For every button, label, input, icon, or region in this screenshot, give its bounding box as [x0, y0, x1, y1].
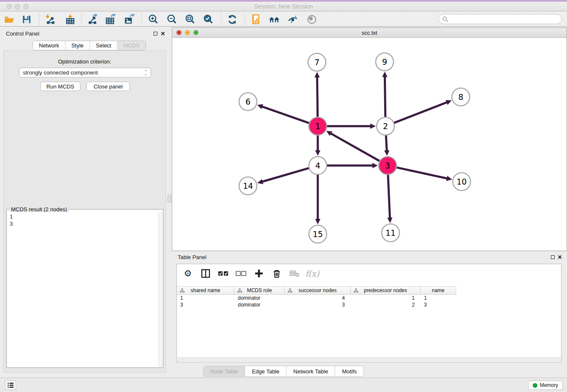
export-image-icon[interactable]	[123, 14, 135, 25]
result-scrollbar[interactable]	[158, 212, 162, 367]
close-panel-button[interactable]: Close panel	[86, 82, 130, 91]
node-label: 2	[383, 121, 388, 131]
search-input[interactable]	[450, 15, 561, 23]
eye-icon	[306, 14, 318, 25]
mcds-panel: Optimization criterion: strongly connect…	[3, 50, 166, 373]
table-cell[interactable]: dominator	[234, 295, 285, 302]
trash-icon[interactable]	[271, 268, 283, 279]
edge-1-7[interactable]	[317, 77, 317, 117]
edge-3-10[interactable]	[396, 168, 447, 179]
close-panel-icon[interactable]: ✕	[160, 30, 166, 36]
mcds-result-list[interactable]: 13	[7, 212, 158, 367]
tab-style[interactable]: Style	[66, 41, 90, 50]
export-network-icon[interactable]	[86, 14, 98, 25]
network-document-icon[interactable]	[250, 14, 262, 25]
table-cell[interactable]: 2	[351, 302, 421, 309]
save-session-icon[interactable]	[21, 14, 33, 25]
edge-3-1[interactable]	[330, 133, 380, 161]
tab-mcds[interactable]: MCDS	[118, 41, 146, 50]
export-table-icon[interactable]	[105, 14, 116, 25]
vertical-splitter-handle[interactable]	[168, 195, 171, 202]
tab-node-table[interactable]: Node Table	[204, 366, 245, 376]
column-header-successor-nodes[interactable]: successor nodes	[285, 286, 351, 295]
arrowhead-icon	[384, 150, 389, 156]
float-panel-icon[interactable]	[152, 30, 158, 36]
function-fx-icon: f(x)	[306, 268, 318, 279]
table-row[interactable]: 3dominator323	[177, 302, 561, 309]
tab-network[interactable]: Network	[33, 41, 66, 50]
memory-button[interactable]: Memory	[528, 381, 563, 390]
table-cell[interactable]: 1	[421, 295, 456, 302]
tab-motifs[interactable]: Motifs	[335, 366, 363, 376]
arrowhead-icon	[315, 150, 320, 156]
window-title: Session: New Session	[0, 3, 567, 10]
open-file-icon[interactable]	[3, 14, 15, 25]
node-label: 7	[314, 58, 319, 67]
refresh-icon[interactable]	[226, 14, 238, 25]
table-cell[interactable]: 1	[177, 295, 234, 302]
zoom-selected-icon[interactable]	[202, 14, 214, 25]
network-view-window: ✕ − + scc.txt 7968124314101511	[172, 28, 567, 251]
toolbar-separator	[81, 13, 82, 25]
column-view-icon[interactable]	[200, 268, 212, 279]
import-table-icon[interactable]	[64, 14, 76, 25]
homes-icon[interactable]	[268, 14, 280, 25]
run-mcds-button[interactable]: Run MCDS	[40, 82, 80, 91]
import-network-icon[interactable]	[44, 14, 56, 25]
chevron-up-down-icon: ⌃⌄	[144, 70, 147, 75]
network-window-titlebar[interactable]: ✕ − + scc.txt	[172, 28, 567, 38]
criterion-dropdown[interactable]: strongly connected component ⌃⌄	[19, 68, 151, 77]
tab-edge-table[interactable]: Edge Table	[245, 366, 286, 376]
table-cell[interactable]: 3	[177, 302, 234, 309]
edge-3-11[interactable]	[388, 175, 390, 218]
mcds-result-title: MCDS result (2 nodes)	[9, 206, 69, 213]
float-table-panel-icon[interactable]	[550, 254, 556, 260]
column-label: shared name	[190, 287, 220, 293]
node-label: 1	[315, 121, 320, 131]
table-scrollbar[interactable]	[177, 357, 561, 362]
unchecked-boxes-icon[interactable]	[235, 268, 247, 279]
task-history-button[interactable]	[5, 381, 16, 390]
table-row[interactable]: 1dominator411	[177, 295, 561, 302]
table-cell[interactable]: 1	[351, 295, 421, 302]
table-cell[interactable]: 3	[421, 302, 456, 309]
node-label: 3	[385, 161, 390, 170]
node-label: 10	[457, 177, 467, 186]
arrowhead-icon	[387, 218, 392, 223]
column-header-name[interactable]: name	[421, 286, 456, 295]
toolbar-separator	[39, 13, 39, 25]
edge-2-8[interactable]	[394, 102, 448, 123]
node-table-panel: ⚙ f(x) shared nameMCDS rolesuccessor nod…	[176, 264, 561, 362]
close-table-panel-icon[interactable]: ✕	[557, 254, 563, 260]
node-label: 11	[385, 228, 396, 237]
column-header-predecessor-nodes[interactable]: predecessor nodes	[351, 286, 421, 295]
zoom-out-icon[interactable]	[166, 14, 178, 25]
zoom-in-icon[interactable]	[147, 14, 159, 25]
edge-1-6[interactable]	[261, 106, 309, 123]
table-cell[interactable]: dominator	[234, 302, 285, 309]
node-label: 6	[245, 97, 250, 106]
main-toolbar	[0, 11, 567, 27]
network-graph[interactable]: 7968124314101511	[172, 38, 567, 251]
table-cell[interactable]: 3	[285, 302, 351, 309]
style-eye-icon[interactable]	[287, 14, 299, 25]
edge-2-9[interactable]	[385, 76, 385, 117]
zoom-fit-icon[interactable]	[184, 14, 196, 25]
column-label: name	[432, 287, 444, 293]
edge-2-3[interactable]	[386, 135, 387, 151]
edge-4-14[interactable]	[262, 168, 309, 182]
table-cell[interactable]: 4	[285, 295, 351, 302]
search-box[interactable]	[438, 14, 562, 24]
network-canvas[interactable]: 7968124314101511	[172, 38, 567, 251]
gear-icon[interactable]: ⚙	[182, 268, 194, 279]
arrowhead-icon	[382, 72, 387, 77]
column-header-shared-name[interactable]: shared name	[177, 286, 234, 295]
tab-network-table[interactable]: Network Table	[286, 366, 335, 376]
column-label: predecessor nodes	[364, 287, 407, 293]
checked-boxes-icon[interactable]	[217, 268, 229, 279]
plus-icon[interactable]	[253, 268, 265, 279]
column-header-MCDS-role[interactable]: MCDS role	[234, 286, 285, 295]
tab-select[interactable]: Select	[90, 41, 118, 50]
column-type-icon	[180, 288, 184, 293]
memory-label: Memory	[540, 382, 558, 388]
